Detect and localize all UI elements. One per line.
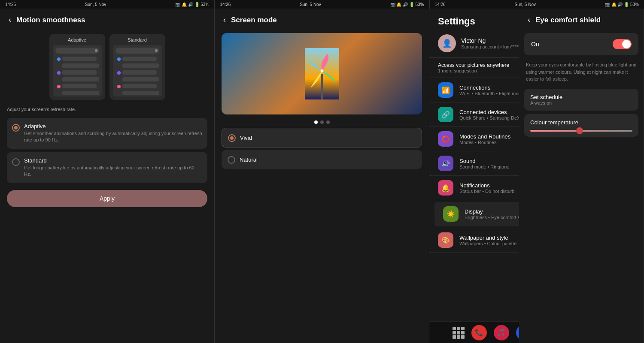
day-1: Sun, 5 Nov <box>85 2 106 7</box>
status-bar-1: 14:25 Sun, 5 Nov 📷 🔔 🔊 🔋 53% <box>0 0 214 9</box>
panel-2: Settings 🔍 👤 Victor Ng Samsung account •… <box>215 9 429 343</box>
eye-toggle-label: On <box>531 41 539 48</box>
vivid-option[interactable]: Vivid <box>222 128 422 147</box>
eye-description: Keep your eyes comfortable by limiting b… <box>519 59 644 87</box>
dot-2 <box>320 120 324 124</box>
battery-2: 📷 🔔 🔊 🔋 53% <box>390 2 424 7</box>
back-button-eye[interactable]: ‹ <box>526 14 532 26</box>
eye-toggle-row[interactable]: On <box>524 33 638 55</box>
natural-option[interactable]: Natural <box>222 150 422 169</box>
standard-radio[interactable] <box>12 158 20 166</box>
svg-rect-1 <box>321 74 323 99</box>
pinwheel-image <box>222 33 422 114</box>
time-3: 14:26 <box>435 2 446 7</box>
standard-option[interactable]: Standard Get longer battery life by auto… <box>7 152 207 183</box>
modes-icon-3: ⭕ <box>438 131 453 147</box>
adaptive-desc: Get smoother animations and scrolling by… <box>24 130 202 144</box>
apply-button[interactable]: Apply <box>7 190 207 207</box>
svg-point-2 <box>320 69 323 72</box>
phone-icon-3[interactable]: 📞 <box>471 325 487 340</box>
set-schedule-title: Set schedule <box>530 94 632 100</box>
settings-title-3: Settings <box>438 16 475 27</box>
battery-1: 📷 🔔 🔊 🔋 53% <box>175 2 209 7</box>
app-drawer-button-3[interactable] <box>453 327 465 339</box>
adaptive-preview: Adaptive <box>49 34 105 100</box>
standard-mockup <box>113 45 162 96</box>
dots-indicator <box>215 120 429 124</box>
standard-desc: Get longer battery life by automatically… <box>24 165 202 178</box>
standard-preview: Standard <box>109 34 165 100</box>
time-1: 14:25 <box>5 2 16 7</box>
status-bar-2: 14:26 Sun, 5 Nov 📷 🔔 🔊 🔋 53% <box>214 0 429 9</box>
day-3: Sun, 5 Nov <box>515 2 536 7</box>
dot-3 <box>326 120 330 124</box>
panel-1: Settings 🔍 👤 Victor Ng Samsung account •… <box>0 9 215 343</box>
adaptive-mockup <box>53 45 102 96</box>
dot-1 <box>314 120 318 124</box>
panel-3: Settings 🔍 👤 Victor Ng Samsung account •… <box>429 9 644 343</box>
pinwheel-svg <box>296 48 348 99</box>
adaptive-radio[interactable] <box>12 124 20 132</box>
set-schedule-card[interactable]: Set schedule Always on <box>524 89 638 111</box>
connections-icon-3: 📶 <box>438 82 453 98</box>
adaptive-title: Adaptive <box>24 123 202 129</box>
connected-devices-icon-3: 🔗 <box>438 107 453 122</box>
eye-toggle-switch[interactable] <box>613 39 632 49</box>
eye-comfort-overlay: ‹ Eye comfort shield On Keep your eyes c… <box>519 9 644 343</box>
back-button-motion[interactable]: ‹ <box>7 14 13 26</box>
colour-temp-card: Colour temperature <box>524 114 638 137</box>
display-icon-3: ☀️ <box>443 206 459 222</box>
sound-icon-3: 🔊 <box>438 156 453 171</box>
back-button-screen[interactable]: ‹ <box>222 14 228 26</box>
natural-radio[interactable] <box>228 156 235 164</box>
colour-temp-slider-thumb[interactable] <box>576 127 583 134</box>
time-2: 14:26 <box>220 2 231 7</box>
suggestion-more-3: 1 more suggestion <box>438 68 509 73</box>
colour-temp-slider-track[interactable] <box>530 130 632 132</box>
notifications-icon-3: 🔔 <box>438 180 453 196</box>
adjust-text: Adjust your screen's refresh rate. <box>0 104 214 116</box>
set-schedule-sub: Always on <box>530 100 632 105</box>
screen-mode-title: Screen mode <box>231 16 277 24</box>
adaptive-option[interactable]: Adaptive Get smoother animations and scr… <box>7 118 207 149</box>
vivid-radio[interactable] <box>228 134 236 142</box>
pinwheel-container <box>215 30 429 118</box>
motion-smoothness-overlay: ‹ Motion smoothness Adaptive <box>0 9 214 343</box>
avatar-3: 👤 <box>438 34 456 52</box>
wallpaper-icon-3: 🎨 <box>438 232 453 248</box>
colour-temp-title: Colour temperature <box>530 119 632 126</box>
standard-title: Standard <box>24 157 202 164</box>
eye-comfort-title: Eye comfort shield <box>535 16 601 24</box>
motion-title: Motion smoothness <box>16 16 85 24</box>
day-2: Sun, 5 Nov <box>300 2 321 7</box>
preview-container: Adaptive <box>0 30 214 104</box>
screen-mode-overlay: ‹ Screen mode <box>215 9 429 343</box>
natural-label: Natural <box>240 156 258 163</box>
vivid-label: Vivid <box>240 135 252 141</box>
battery-3: 📷 🔔 🔊 🔋 53% <box>605 2 639 7</box>
suggestion-title-3: Access your pictures anywhere <box>438 62 509 68</box>
status-bar-3: 14:26 Sun, 5 Nov 📷 🔔 🔊 🔋 53% <box>429 0 644 9</box>
music-icon-3[interactable]: 🎵 <box>494 325 509 340</box>
